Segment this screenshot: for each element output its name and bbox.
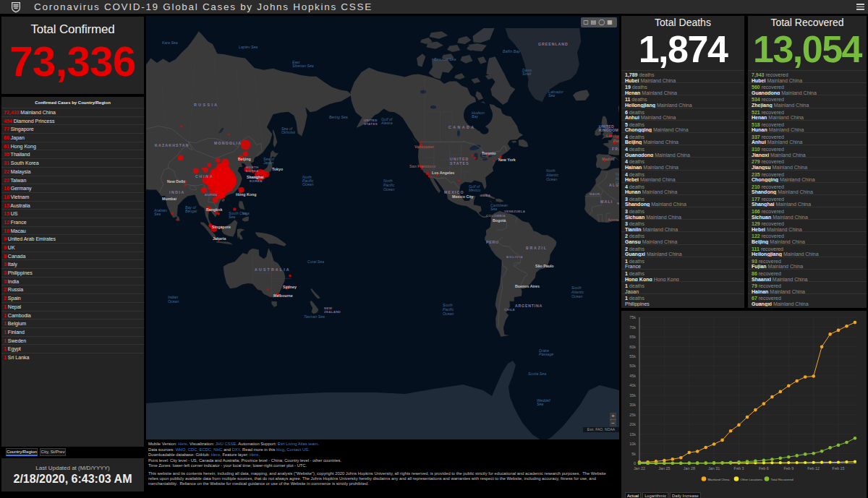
svg-text:MAUR.: MAUR. (590, 192, 601, 196)
svg-text:BRAZIL: BRAZIL (526, 246, 548, 250)
svg-text:Mexico: Mexico (469, 188, 481, 192)
svg-text:Alaska: Alaska (380, 121, 393, 125)
svg-text:Feb 12: Feb 12 (807, 466, 820, 471)
svg-text:STATES: STATES (450, 161, 469, 166)
svg-text:55k: 55k (629, 354, 636, 359)
svg-text:70k: 70k (629, 325, 636, 330)
svg-text:Bangkok: Bangkok (206, 207, 222, 212)
svg-text:CANADA: CANADA (448, 125, 475, 129)
svg-text:RUSSIA: RUSSIA (194, 103, 219, 107)
svg-text:San Francisco: San Francisco (409, 164, 436, 168)
svg-text:Jan 22: Jan 22 (634, 466, 645, 471)
svg-text:Jakarta: Jakarta (213, 236, 226, 241)
svg-text:45k: 45k (629, 374, 636, 378)
svg-text:Feb 9: Feb 9 (783, 466, 793, 471)
svg-text:Los Angeles: Los Angeles (432, 171, 454, 175)
svg-text:Feb 3: Feb 3 (734, 466, 744, 471)
svg-text:Beijing: Beijing (238, 157, 251, 161)
svg-text:60k: 60k (629, 345, 636, 349)
svg-text:25k: 25k (629, 413, 636, 417)
svg-text:Bengal: Bengal (185, 209, 197, 213)
svg-text:Sydney: Sydney (283, 285, 297, 289)
svg-text:Bay: Bay (472, 114, 478, 119)
svg-text:Buenos Aires: Buenos Aires (515, 284, 540, 288)
svg-text:Jan 31: Jan 31 (708, 466, 720, 471)
svg-text:Accra: Accra (608, 218, 618, 222)
svg-text:Jan 25: Jan 25 (658, 466, 670, 471)
svg-text:Tokyo: Tokyo (272, 167, 284, 171)
svg-text:65k: 65k (629, 335, 636, 339)
svg-text:Passage: Passage (539, 352, 553, 356)
svg-text:BURMA: BURMA (205, 193, 218, 197)
svg-text:30k: 30k (629, 403, 636, 407)
svg-text:Mexico City: Mexico City (452, 194, 473, 199)
svg-text:Laptev Sea: Laptev Sea (239, 45, 258, 49)
svg-text:New Delhi: New Delhi (167, 179, 186, 184)
svg-text:Vancouver: Vancouver (414, 145, 434, 149)
svg-text:Scotia Sea: Scotia Sea (528, 372, 546, 376)
svg-text:Ocean: Ocean (546, 177, 557, 181)
svg-text:KINGDOM: KINGDOM (599, 128, 618, 132)
svg-text:Singapore: Singapore (212, 225, 231, 229)
svg-text:35k: 35k (629, 393, 636, 398)
svg-text:Ocean: Ocean (443, 312, 454, 316)
svg-text:75k: 75k (629, 315, 636, 319)
svg-text:London: London (606, 134, 619, 138)
svg-text:Beaufort Sea: Beaufort Sea (434, 57, 456, 61)
svg-text:Paris: Paris (613, 139, 619, 143)
svg-text:Other Locations: Other Locations (741, 478, 762, 481)
svg-text:15k: 15k (629, 432, 636, 437)
svg-text:Hong Kong: Hong Kong (236, 192, 257, 197)
svg-text:STATES: STATES (364, 122, 378, 126)
svg-text:Sea: Sea (490, 207, 497, 211)
svg-text:MONGOLIA: MONGOLIA (214, 141, 242, 145)
svg-text:KAZAKHSTAN: KAZAKHSTAN (155, 143, 190, 147)
svg-text:CUBA: CUBA (480, 194, 491, 197)
svg-text:Mainland China: Mainland China (708, 478, 730, 481)
svg-text:Sea: Sea (548, 93, 555, 98)
svg-text:Okhotsk: Okhotsk (281, 130, 295, 134)
svg-text:Toronto: Toronto (482, 151, 496, 155)
svg-text:São Paulo: São Paulo (535, 264, 554, 268)
svg-text:Strait: Strait (522, 72, 532, 76)
svg-text:Shanghai: Shanghai (247, 175, 264, 179)
svg-text:Ocean: Ocean (616, 181, 619, 185)
svg-text:Bering Sea: Bering Sea (329, 115, 348, 119)
svg-text:AUSTRALIA: AUSTRALIA (255, 267, 291, 272)
svg-text:Ocean: Ocean (571, 294, 582, 299)
svg-text:40k: 40k (629, 383, 636, 387)
svg-text:Coral Sea: Coral Sea (307, 259, 324, 264)
svg-text:ARGENTINA: ARGENTINA (515, 304, 542, 308)
svg-text:Sea: Sea (537, 402, 543, 406)
svg-text:Tasman Sea: Tasman Sea (304, 314, 325, 319)
svg-text:New York: New York (498, 158, 516, 162)
svg-text:Ocean: Ocean (383, 187, 394, 192)
svg-text:NI: NI (617, 202, 619, 205)
svg-text:FRANCE: FRANCE (612, 147, 619, 151)
svg-text:VENEZUELA: VENEZUELA (504, 210, 526, 213)
svg-text:5k: 5k (631, 452, 636, 456)
svg-text:Siberian Sea: Siberian Sea (292, 64, 314, 68)
svg-text:Feb 6: Feb 6 (759, 466, 769, 471)
svg-text:10k: 10k (629, 442, 636, 446)
svg-text:Total Recovered: Total Recovered (771, 478, 794, 481)
svg-text:ZEALAND: ZEALAND (324, 310, 341, 314)
svg-text:BOLIVIA: BOLIVIA (506, 255, 523, 259)
svg-text:Bogotá: Bogotá (493, 218, 506, 223)
svg-text:COLOMBIA: COLOMBIA (486, 214, 506, 218)
svg-text:PERU: PERU (486, 240, 499, 244)
svg-text:50k: 50k (629, 364, 636, 368)
svg-text:Mumbai: Mumbai (162, 197, 177, 201)
svg-text:Baffin Bay: Baffin Bay (503, 49, 520, 53)
svg-text:Sea: Sea (154, 212, 161, 216)
svg-text:CHINA: CHINA (195, 174, 213, 179)
svg-text:20k: 20k (629, 422, 636, 426)
svg-text:KOREA: KOREA (250, 179, 263, 183)
svg-text:Kara Sea: Kara Sea (162, 40, 178, 45)
svg-text:Sea: Sea (229, 215, 235, 219)
svg-text:Ocean: Ocean (302, 182, 313, 186)
svg-text:GREENLAND: GREENLAND (538, 42, 569, 46)
svg-text:Feb 15: Feb 15 (833, 466, 845, 471)
svg-text:Japan: Japan (263, 160, 273, 165)
svg-text:0: 0 (634, 461, 636, 465)
